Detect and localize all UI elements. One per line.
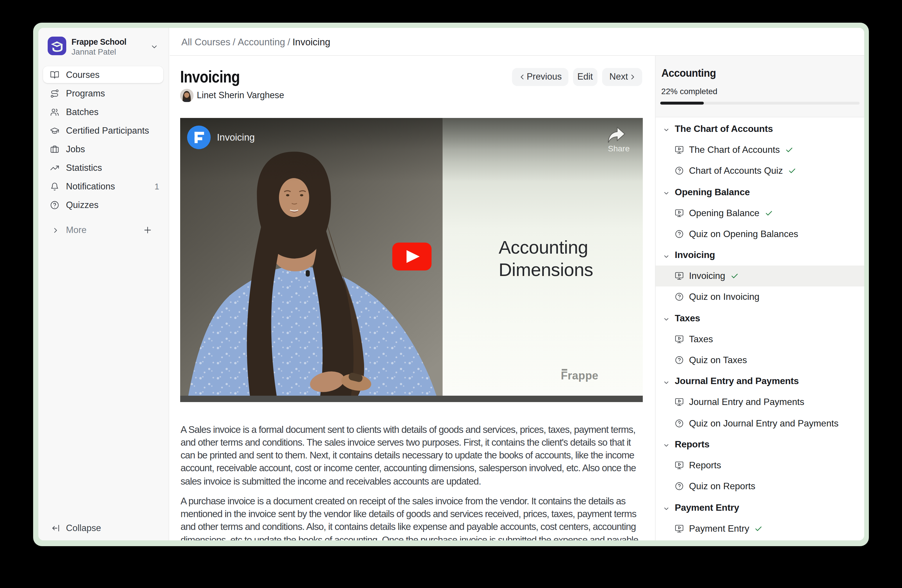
svg-text:Invoicing: Invoicing	[217, 132, 255, 142]
svg-text:Share: Share	[608, 144, 630, 153]
svg-text:Dimensions: Dimensions	[499, 260, 593, 280]
svg-text:Accounting: Accounting	[499, 237, 588, 257]
svg-text:Frappe: Frappe	[561, 369, 598, 382]
